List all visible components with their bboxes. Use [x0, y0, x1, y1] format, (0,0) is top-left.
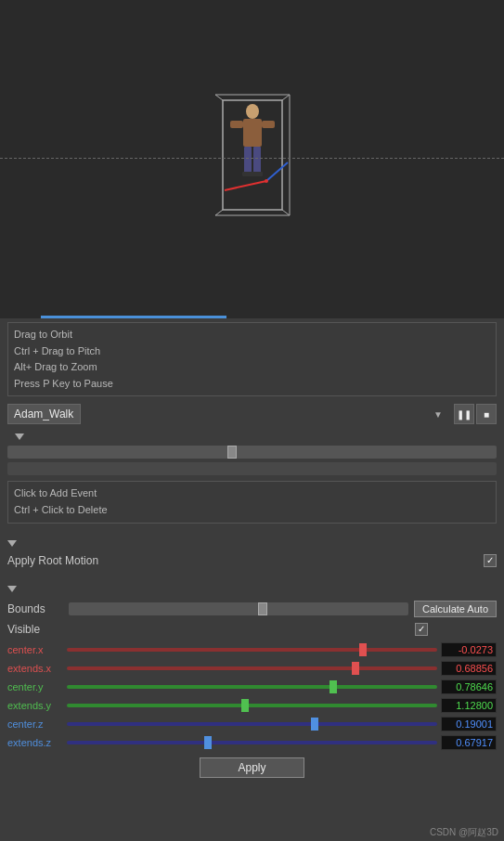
root-motion-header	[0, 537, 504, 550]
color-slider-1[interactable]	[67, 666, 437, 670]
bounds-header	[0, 582, 504, 596]
color-prop-row-2: center.y0.78646	[0, 678, 504, 696]
timeline-slider-row-2	[7, 460, 497, 477]
color-prop-row-0: center.x-0.0273	[0, 640, 504, 659]
progress-bar	[0, 316, 504, 318]
color-slider-0[interactable]	[67, 648, 437, 652]
gap-1	[0, 525, 504, 537]
calculate-auto-button[interactable]: Calculate Auto	[414, 601, 497, 617]
root-motion-label: Apply Root Motion	[7, 554, 484, 567]
color-prop-label-4: center.z	[7, 718, 63, 730]
bounds-slider[interactable]	[69, 602, 408, 615]
svg-rect-10	[230, 121, 243, 128]
color-value-4: 0.19001	[441, 717, 497, 731]
color-prop-label-5: extends.z	[7, 737, 63, 748]
svg-line-2	[282, 95, 290, 100]
svg-line-16	[225, 181, 266, 190]
color-prop-label-0: center.x	[7, 644, 63, 655]
svg-point-18	[265, 179, 268, 183]
color-thumb-0[interactable]	[359, 643, 367, 656]
animation-dropdown-wrapper: Adam_Walk Adam_Run Adam_Idle ▼	[7, 404, 448, 424]
watermark: CSDN @阿赵3D	[430, 826, 498, 839]
help-line-4: Press P Key to Pause	[14, 376, 490, 393]
svg-rect-13	[253, 147, 261, 173]
color-value-5: 0.67917	[441, 735, 497, 750]
animation-row: Adam_Walk Adam_Run Adam_Idle ▼ ❚❚ ■	[0, 400, 504, 428]
play-pause-button[interactable]: ❚❚	[454, 404, 474, 424]
events-line-2: Ctrl + Click to Delete	[14, 502, 490, 519]
color-value-3: 1.12800	[441, 698, 497, 713]
bounds-thumb[interactable]	[258, 602, 267, 615]
svg-rect-9	[243, 119, 262, 147]
color-prop-row-5: extends.z0.67917	[0, 733, 504, 752]
visible-checkbox[interactable]: ✓	[415, 623, 428, 636]
bounds-label: Bounds	[7, 602, 63, 615]
color-prop-label-2: center.y	[7, 681, 63, 692]
dropdown-arrow-icon: ▼	[433, 409, 443, 420]
color-slider-4[interactable]	[67, 722, 437, 726]
color-thumb-4[interactable]	[311, 718, 318, 731]
svg-line-1	[215, 95, 223, 100]
timeline-thumb[interactable]	[227, 446, 237, 459]
timeline-track[interactable]	[7, 446, 497, 459]
help-line-1: Drag to Orbit	[14, 327, 490, 343]
timeline-header	[7, 430, 497, 444]
events-area: Click to Add Event Ctrl + Click to Delet…	[7, 481, 497, 523]
svg-line-17	[266, 162, 288, 181]
color-prop-row-3: extends.y1.12800	[0, 696, 504, 715]
color-prop-row-1: extends.x0.68856	[0, 659, 504, 678]
timeline-track-2[interactable]	[7, 462, 497, 475]
visible-row: Visible ✓	[7, 620, 497, 639]
svg-rect-11	[262, 121, 275, 128]
color-thumb-3[interactable]	[241, 699, 249, 712]
apply-button[interactable]: Apply	[200, 757, 304, 778]
color-value-0: -0.0273	[441, 642, 497, 657]
color-value-1: 0.68856	[441, 661, 497, 676]
color-props-container: center.x-0.0273extends.x0.68856center.y0…	[0, 640, 504, 752]
color-prop-row-4: center.z0.19001	[0, 715, 504, 733]
color-slider-2[interactable]	[67, 685, 437, 689]
collapse-icon-3	[7, 586, 17, 592]
apply-btn-row: Apply	[0, 752, 504, 783]
collapse-icon	[15, 433, 24, 440]
color-thumb-2[interactable]	[330, 680, 337, 693]
play-controls: ❚❚ ■	[454, 404, 497, 424]
color-slider-3[interactable]	[67, 704, 437, 707]
gap-2	[0, 571, 504, 582]
events-line-1: Click to Add Event	[14, 485, 490, 502]
bounds-section: Bounds Calculate Auto Visible ✓	[0, 596, 504, 640]
viewport	[0, 0, 504, 316]
color-prop-label-3: extends.y	[7, 700, 63, 711]
timeline-section	[0, 428, 504, 479]
root-motion-checkbox[interactable]: ✓	[484, 554, 497, 567]
help-line-2: Ctrl + Drag to Pitch	[14, 343, 490, 360]
svg-rect-15	[252, 172, 263, 176]
color-prop-label-1: extends.x	[7, 663, 63, 674]
orbit-line	[0, 158, 504, 159]
svg-rect-12	[244, 147, 252, 173]
bounds-row: Bounds Calculate Auto	[7, 598, 497, 620]
color-thumb-5[interactable]	[204, 736, 212, 749]
root-motion-row: Apply Root Motion ✓	[0, 550, 504, 571]
collapse-icon-2	[7, 540, 17, 547]
color-value-2: 0.78646	[441, 679, 497, 694]
svg-line-4	[215, 210, 223, 215]
timeline-slider-row	[7, 444, 497, 460]
help-line-3: Alt+ Drag to Zoom	[14, 359, 490, 376]
svg-point-8	[246, 104, 259, 119]
color-slider-5[interactable]	[67, 741, 437, 744]
help-section: Drag to Orbit Ctrl + Drag to Pitch Alt+ …	[7, 322, 497, 396]
color-thumb-1[interactable]	[352, 662, 359, 675]
animation-dropdown[interactable]: Adam_Walk Adam_Run Adam_Idle	[7, 404, 81, 424]
svg-line-5	[282, 210, 290, 215]
visible-label: Visible	[7, 623, 63, 636]
stop-button[interactable]: ■	[476, 404, 497, 424]
